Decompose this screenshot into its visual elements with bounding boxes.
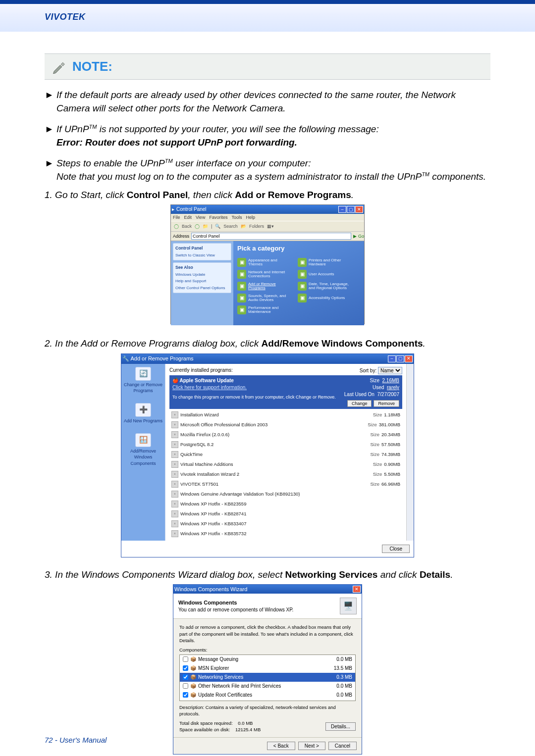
program-name: Microsoft Office Professional Edition 20…	[180, 421, 268, 428]
category-item[interactable]: ▣Add or Remove Programs	[237, 282, 292, 291]
program-row[interactable]: ▫PostgreSQL 8.2Size57.50MB	[169, 440, 402, 450]
program-row[interactable]: ▫Windows XP Hotfix - KB828741	[169, 509, 402, 519]
page-footer: 72 - User's Manual	[45, 736, 107, 744]
component-checkbox[interactable]	[183, 656, 188, 662]
component-size: 0.0 MB	[336, 656, 352, 663]
program-row[interactable]: ▫Vivotek Installation Wizard 2Size5.50MB	[169, 469, 402, 479]
folders-icon[interactable]: 📂	[241, 223, 246, 230]
category-label: Add or Remove Programs	[248, 282, 292, 291]
component-checkbox[interactable]	[183, 692, 188, 698]
program-row[interactable]: ▫Windows XP Hotfix - KB835732	[169, 529, 402, 539]
step-1: 1. Go to Start, click Control Panel, the…	[45, 189, 490, 202]
details-button[interactable]: Details...	[325, 722, 356, 731]
component-checkbox[interactable]	[183, 674, 188, 680]
program-name: Mozilla Firefox (2.0.0.6)	[180, 431, 229, 438]
category-item[interactable]: ▣Network and Internet Connections	[237, 270, 292, 279]
category-item[interactable]: ▣Printers and Other Hardware	[298, 258, 352, 267]
window-title: 🔧 Add or Remove Programs	[122, 355, 194, 362]
category-label: Performance and Maintenance	[248, 306, 292, 315]
component-size: 0.0 MB	[336, 692, 352, 699]
program-row[interactable]: ▫Installation WizardSize1.18MB	[169, 410, 402, 420]
menu-bar[interactable]: FileEditViewFavoritesToolsHelp	[171, 214, 364, 221]
selected-program[interactable]: 🍎 Apple Software Update Click here for s…	[169, 375, 402, 409]
component-row[interactable]: 📦 Update Root Certificates0.0 MB	[180, 691, 355, 700]
switch-classic-link[interactable]: Switch to Classic View	[175, 252, 229, 258]
maximize-icon[interactable]: ▢	[396, 355, 404, 362]
component-checkbox[interactable]	[183, 683, 188, 689]
close-icon[interactable]: ✕	[355, 206, 363, 213]
program-row[interactable]: ▫QuickTimeSize74.39MB	[169, 450, 402, 459]
scrollbar[interactable]	[406, 364, 414, 541]
category-item[interactable]: ▣Sounds, Speech, and Audio Devices	[237, 294, 292, 302]
component-size: 0.3 MB	[336, 674, 352, 681]
component-name: Message Queuing	[198, 656, 238, 663]
category-item[interactable]: ▣User Accounts	[298, 270, 352, 279]
category-icon: ▣	[237, 270, 246, 279]
program-icon: ▫	[171, 501, 178, 507]
side-tab[interactable]: 🔄Change or Remove Programs	[123, 367, 163, 394]
screenshot-add-remove-programs: 🔧 Add or Remove Programs – ▢ ✕ 🔄Change o…	[121, 353, 414, 557]
up-icon[interactable]: 📁	[203, 223, 208, 230]
cancel-button[interactable]: Cancel	[328, 742, 357, 750]
back-button[interactable]: < Back	[267, 742, 295, 750]
component-description: Description: Contains a variety of speci…	[179, 704, 356, 717]
close-icon[interactable]: ✕	[353, 586, 361, 593]
sort-by-select[interactable]: Name	[378, 367, 402, 374]
maximize-icon[interactable]: ▢	[347, 206, 355, 213]
step-3: 3. In the Windows Components Wizard dial…	[45, 568, 490, 582]
category-item[interactable]: ▣Accessibility Options	[298, 294, 352, 302]
side-tab[interactable]: 🪟Add/Remove Windows Components	[123, 433, 163, 467]
views-icon[interactable]: ▦▾	[267, 223, 274, 230]
address-input[interactable]	[191, 233, 351, 240]
go-button[interactable]: ▶ Go	[353, 233, 364, 240]
remove-button[interactable]: Remove	[374, 400, 399, 407]
search-icon[interactable]: 🔍	[215, 223, 220, 230]
minimize-icon[interactable]: –	[388, 355, 396, 362]
side-tab[interactable]: ➕Add New Programs	[123, 403, 163, 424]
component-icon: 📦	[190, 674, 196, 681]
program-name: Installation Wizard	[180, 411, 219, 418]
pencil-icon	[52, 60, 65, 74]
program-row[interactable]: ▫Windows Genuine Advantage Validation To…	[169, 489, 402, 499]
program-row[interactable]: ▫Windows XP Hotfix - KB833407	[169, 519, 402, 529]
next-button[interactable]: Next >	[298, 742, 325, 750]
note-bullet-2: ► If UPnPTM is not supported by your rou…	[45, 123, 490, 149]
change-button[interactable]: Change	[347, 400, 372, 407]
see-also-link[interactable]: Help and Support	[175, 278, 229, 284]
forward-icon[interactable]: ◯	[195, 223, 200, 230]
see-also-link[interactable]: Windows Update	[175, 272, 229, 277]
side-icon: ➕	[135, 403, 151, 417]
program-row[interactable]: ▫Virtual Machine AdditionsSize0.90MB	[169, 459, 402, 469]
program-icon: ▫	[171, 421, 178, 428]
category-label: Printers and Other Hardware	[309, 258, 352, 267]
see-also-link[interactable]: Other Control Panel Options	[175, 285, 229, 291]
category-item[interactable]: ▣Appearance and Themes	[237, 258, 292, 267]
program-icon: ▫	[171, 510, 178, 517]
screenshot-components-wizard: Windows Components Wizard ✕ Windows Comp…	[173, 584, 362, 754]
category-item[interactable]: ▣Performance and Maintenance	[237, 305, 292, 314]
component-name: MSN Explorer	[198, 665, 229, 672]
program-name: Windows XP Hotfix - KB828741	[180, 510, 246, 517]
component-row[interactable]: 📦 Other Network File and Print Services0…	[180, 682, 355, 691]
category-icon: ▣	[298, 294, 307, 302]
component-row[interactable]: 📦 Networking Services0.3 MB	[180, 673, 355, 682]
back-icon[interactable]: ◯	[174, 223, 179, 230]
close-icon[interactable]: ✕	[405, 355, 413, 362]
component-checkbox[interactable]	[183, 665, 188, 671]
program-row[interactable]: ▫Mozilla Firefox (2.0.0.6)Size20.34MB	[169, 430, 402, 440]
support-link[interactable]: Click here for support information.	[172, 385, 247, 390]
close-button[interactable]: Close	[382, 545, 410, 553]
program-row[interactable]: ▫Windows XP Hotfix - KB823559	[169, 499, 402, 509]
minimize-icon[interactable]: –	[338, 206, 346, 213]
component-row[interactable]: 📦 MSN Explorer13.5 MB	[180, 664, 355, 673]
component-row[interactable]: 📦 Message Queuing0.0 MB	[180, 655, 355, 664]
program-name: PostgreSQL 8.2	[180, 441, 214, 448]
program-row[interactable]: ▫VIVOTEK ST7501Size66.96MB	[169, 479, 402, 489]
program-size: 381.00MB	[379, 422, 400, 427]
category-item[interactable]: ▣Date, Time, Language, and Regional Opti…	[298, 282, 352, 291]
component-size: 13.5 MB	[334, 665, 352, 672]
component-icon: 📦	[190, 692, 196, 699]
toolbar[interactable]: ◯Back ◯ 📁 | 🔍Search 📂Folders ▦▾	[171, 221, 364, 232]
program-size: 66.96MB	[381, 481, 400, 487]
program-row[interactable]: ▫Microsoft Office Professional Edition 2…	[169, 420, 402, 430]
